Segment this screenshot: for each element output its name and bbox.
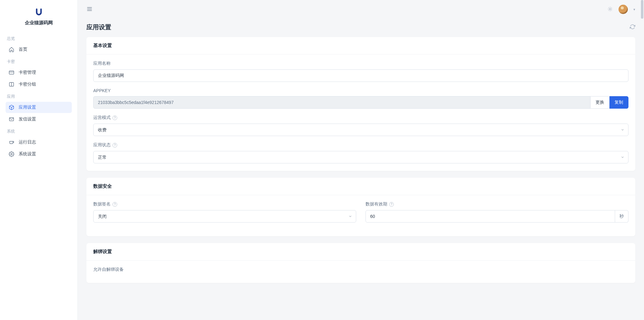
label-allow-unbind: 允许自解绑设备 bbox=[93, 267, 628, 272]
label-appkey: APPKEY bbox=[93, 88, 628, 93]
avatar[interactable] bbox=[619, 5, 628, 14]
sidebar-item-label: 首页 bbox=[19, 47, 27, 52]
sidebar-item-home[interactable]: 首页 bbox=[6, 44, 72, 55]
select-status[interactable]: 正常 bbox=[93, 151, 628, 163]
card-basic-header: 基本设置 bbox=[86, 37, 635, 54]
home-icon bbox=[9, 47, 14, 52]
card-unbind-settings: 解绑设置 允许自解绑设备 bbox=[86, 243, 635, 283]
menu-toggle-icon[interactable] bbox=[86, 6, 93, 13]
input-ttl[interactable] bbox=[366, 210, 615, 223]
nav-heading: 系统 bbox=[6, 125, 72, 137]
sidebar-item-card-group[interactable]: 卡密分组 bbox=[6, 79, 72, 90]
help-icon[interactable]: ? bbox=[113, 202, 117, 207]
sidebar-item-sys-settings[interactable]: 系统设置 bbox=[6, 148, 72, 160]
label-sign: 数据签名 bbox=[93, 201, 111, 207]
label-status: 应用状态 bbox=[93, 142, 111, 148]
card-basic-settings: 基本设置 应用名称 APPKEY 更换 复制 bbox=[86, 37, 635, 171]
card-data-security: 数据安全 数据签名? 关闭 数据有效期? 秒 bbox=[86, 178, 635, 236]
cube-icon bbox=[9, 105, 14, 110]
select-mode[interactable]: 收费 bbox=[93, 124, 628, 136]
label-mode: 运营模式 bbox=[93, 115, 111, 120]
nav-heading: 总览 bbox=[6, 33, 72, 44]
refresh-icon[interactable] bbox=[630, 24, 635, 31]
page-title: 应用设置 bbox=[86, 23, 111, 31]
nav: 总览首页卡密卡密管理卡密分组应用应用设置发信设置系统运行日志系统设置 bbox=[0, 33, 77, 160]
help-icon[interactable]: ? bbox=[113, 115, 117, 120]
select-sign[interactable]: 关闭 bbox=[93, 210, 356, 223]
copy-appkey-button[interactable]: 复制 bbox=[610, 96, 628, 109]
gear-icon bbox=[9, 151, 14, 157]
topbar: ▾ bbox=[78, 0, 644, 19]
scrollbar[interactable] bbox=[641, 0, 643, 320]
sidebar-item-label: 发信设置 bbox=[19, 116, 36, 122]
columns-icon bbox=[9, 82, 14, 87]
sidebar-item-label: 运行日志 bbox=[19, 139, 36, 145]
mail-icon bbox=[9, 116, 14, 122]
label-ttl: 数据有效期 bbox=[366, 201, 387, 207]
input-appkey[interactable] bbox=[93, 96, 591, 109]
theme-toggle-icon[interactable] bbox=[607, 6, 613, 13]
change-appkey-button[interactable]: 更换 bbox=[591, 96, 610, 109]
sidebar-item-app-settings[interactable]: 应用设置 bbox=[6, 102, 72, 113]
help-icon[interactable]: ? bbox=[113, 143, 117, 148]
brand-logo-icon bbox=[34, 8, 43, 17]
ttl-unit: 秒 bbox=[615, 210, 628, 223]
brand: 企业猫源码网 bbox=[0, 6, 77, 33]
card-unbind-header: 解绑设置 bbox=[86, 243, 635, 261]
sidebar-item-label: 应用设置 bbox=[19, 105, 36, 110]
sidebar: 企业猫源码网 总览首页卡密卡密管理卡密分组应用应用设置发信设置系统运行日志系统设… bbox=[0, 0, 78, 320]
help-icon[interactable]: ? bbox=[389, 202, 394, 207]
brand-name: 企业猫源码网 bbox=[25, 20, 53, 26]
nav-heading: 卡密 bbox=[6, 56, 72, 67]
sidebar-item-label: 卡密管理 bbox=[19, 70, 36, 75]
nav-heading: 应用 bbox=[6, 91, 72, 102]
card-security-header: 数据安全 bbox=[86, 178, 635, 195]
sidebar-item-label: 卡密分组 bbox=[19, 82, 36, 87]
coffee-icon bbox=[9, 139, 14, 145]
sidebar-item-card-manage[interactable]: 卡密管理 bbox=[6, 67, 72, 78]
sidebar-item-label: 系统设置 bbox=[19, 151, 36, 157]
card-icon bbox=[9, 70, 14, 75]
sidebar-item-logs[interactable]: 运行日志 bbox=[6, 137, 72, 148]
label-app-name: 应用名称 bbox=[93, 61, 628, 66]
user-menu-chevron-icon[interactable]: ▾ bbox=[633, 7, 635, 12]
sidebar-item-mail-settings[interactable]: 发信设置 bbox=[6, 114, 72, 125]
input-app-name[interactable] bbox=[93, 69, 628, 82]
